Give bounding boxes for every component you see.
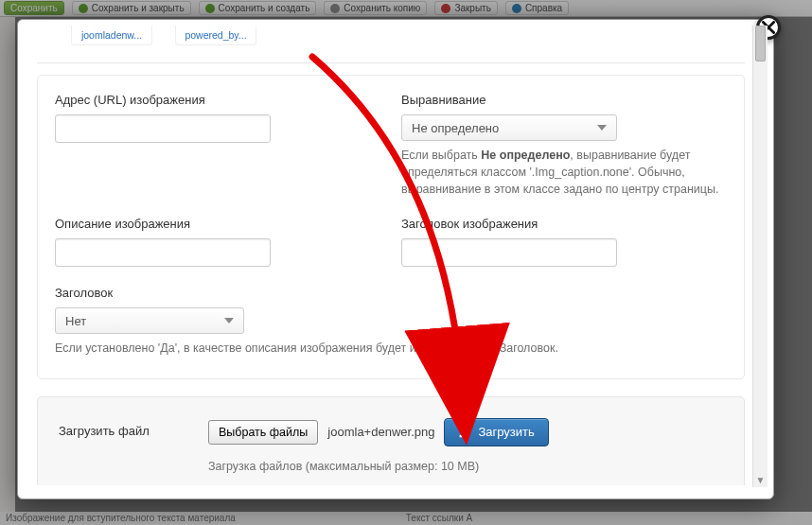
upload-button-label: Загрузить (478, 425, 534, 439)
description-input[interactable] (55, 238, 271, 267)
divider (37, 62, 745, 63)
scrollbar-thumb[interactable] (755, 26, 766, 61)
thumbnail-strip: joomladenw... powered_by... (37, 20, 745, 62)
choose-files-button[interactable]: Выбрать файлы (208, 420, 318, 445)
image-form-panel: Адрес (URL) изображения Выравнивание Не … (37, 75, 745, 379)
thumbnail-caption: powered_by... (175, 26, 256, 45)
upload-label: Загрузить файл (59, 418, 185, 438)
upload-panel: Загрузить файл Выбрать файлы joomla+denw… (37, 396, 745, 486)
align-select-value: Не определено (412, 121, 499, 135)
thumbnail-item[interactable]: powered_by... (175, 26, 256, 45)
selected-filename: joomla+denwer.png (327, 425, 434, 439)
url-input[interactable] (55, 114, 271, 143)
heading-select-value: Нет (65, 314, 86, 328)
heading-select[interactable]: Нет (55, 307, 244, 334)
scrollbar-down-arrow[interactable]: ▼ (753, 472, 768, 487)
upload-hint: Загрузка файлов (максимальный размер: 10… (208, 460, 723, 473)
modal-scrollbar[interactable]: ▼ (752, 26, 768, 487)
upload-button[interactable]: Загрузить (444, 418, 548, 446)
upload-icon (458, 426, 470, 438)
image-title-input[interactable] (401, 238, 617, 267)
url-label: Адрес (URL) изображения (55, 93, 380, 107)
chevron-down-icon (224, 318, 234, 324)
thumbnail-item[interactable]: joomladenw... (71, 26, 152, 45)
image-title-label: Заголовок изображения (401, 217, 727, 231)
align-select[interactable]: Не определено (401, 114, 617, 141)
image-insert-modal: ▼ joomladenw... powered_by... Адрес (URL… (17, 19, 774, 499)
align-hint: Если выбрать Не определено, выравнивание… (401, 147, 727, 198)
thumbnail-caption: joomladenw... (71, 26, 152, 45)
chevron-down-icon (597, 125, 607, 131)
description-label: Описание изображения (55, 217, 380, 231)
align-label: Выравнивание (401, 93, 727, 107)
heading-hint: Если установлено 'Да', в качестве описан… (55, 340, 727, 357)
heading-label: Заголовок (55, 286, 727, 300)
